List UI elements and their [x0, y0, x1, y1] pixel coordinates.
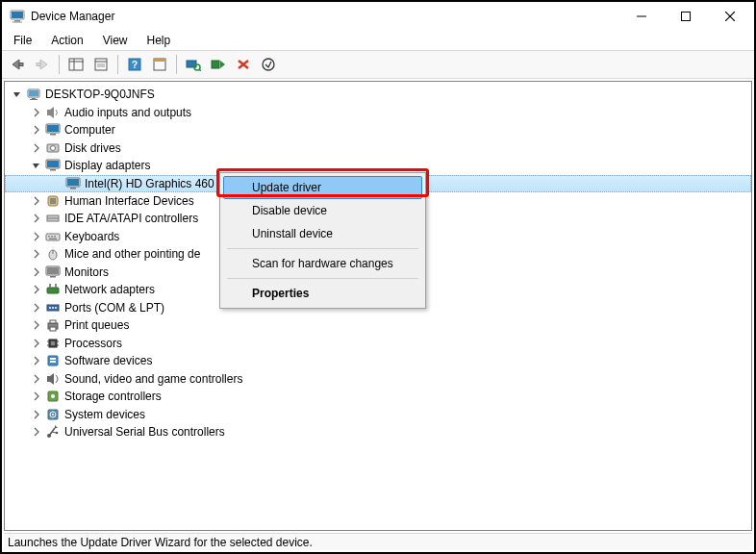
expand-icon[interactable] [30, 123, 43, 137]
svg-rect-30 [32, 98, 36, 99]
menu-help[interactable]: Help [139, 32, 179, 49]
context-menu-item-scan-for-hardware-changes[interactable]: Scan for hardware changes [223, 252, 422, 275]
uninstall-button[interactable] [232, 53, 255, 76]
context-menu-item-update-driver[interactable]: Update driver [223, 176, 422, 199]
tree-node-cat-12[interactable]: Processors [5, 335, 751, 353]
collapse-icon[interactable] [30, 159, 43, 172]
svg-rect-1 [12, 12, 23, 18]
update-driver-button[interactable] [207, 53, 230, 76]
tree-node-cat-0[interactable]: Audio inputs and outputs [5, 104, 751, 122]
svg-point-62 [49, 307, 51, 309]
context-menu-item-uninstall-device[interactable]: Uninstall device [223, 222, 422, 245]
tree-node-cat-15[interactable]: Storage controllers [5, 388, 751, 406]
menu-view[interactable]: View [95, 32, 136, 49]
tree-node-label: Audio inputs and outputs [64, 106, 191, 119]
statusbar: Launches the Update Driver Wizard for th… [4, 533, 752, 550]
context-menu: Update driverDisable deviceUninstall dev… [219, 172, 426, 309]
expand-icon[interactable] [30, 265, 43, 279]
tree-node-cat-2[interactable]: Disk drives [5, 139, 751, 158]
svg-line-23 [199, 69, 201, 71]
svg-rect-42 [67, 179, 79, 186]
speaker-icon [45, 105, 61, 120]
expand-icon[interactable] [30, 318, 43, 332]
show-hide-tree-button[interactable] [64, 53, 88, 76]
forward-button[interactable] [31, 53, 54, 76]
svg-rect-24 [212, 61, 219, 68]
close-button[interactable] [708, 2, 752, 31]
svg-rect-2 [14, 20, 20, 22]
port-icon [45, 300, 61, 315]
toolbar-separator [117, 55, 118, 74]
expand-icon[interactable] [30, 301, 43, 315]
menubar: File Action View Help [2, 31, 754, 50]
help-button[interactable]: ? [123, 53, 146, 76]
tree-node-label: Storage controllers [64, 390, 162, 403]
context-menu-item-properties[interactable]: Properties [223, 282, 422, 305]
expand-icon[interactable] [30, 408, 43, 421]
toolbar-separator [59, 55, 60, 74]
minimize-button[interactable] [619, 2, 664, 31]
keyboard-icon [45, 229, 61, 244]
toolbar: ? [2, 50, 754, 79]
svg-rect-49 [48, 236, 50, 238]
tree-node-cat-11[interactable]: Print queues [5, 316, 751, 335]
context-menu-separator [227, 278, 418, 279]
expand-icon[interactable] [30, 141, 43, 155]
expand-icon[interactable] [30, 212, 43, 225]
svg-rect-40 [50, 169, 56, 171]
menu-action[interactable]: Action [43, 32, 90, 49]
svg-rect-56 [47, 267, 59, 274]
expand-icon[interactable] [30, 372, 43, 386]
tree-node-label: Software devices [64, 354, 152, 367]
collapse-icon[interactable] [11, 88, 24, 101]
scan-hardware-button[interactable] [182, 53, 205, 76]
expand-icon[interactable] [30, 247, 43, 261]
tree-node-cat-16[interactable]: System devices [5, 406, 751, 424]
maximize-button[interactable] [664, 2, 708, 31]
expand-icon[interactable] [30, 390, 43, 403]
expand-icon[interactable] [30, 337, 43, 350]
tree-node-label: Intel(R) HD Graphics 460 [85, 177, 214, 190]
tree-node-label: Mice and other pointing de [64, 247, 200, 261]
svg-rect-35 [50, 134, 56, 136]
expand-icon[interactable] [30, 283, 43, 296]
svg-rect-75 [50, 358, 56, 360]
tree-node-root[interactable]: DESKTOP-9Q0JNFS [5, 86, 751, 104]
context-menu-item-disable-device[interactable]: Disable device [223, 199, 422, 222]
svg-rect-57 [50, 276, 56, 278]
svg-line-85 [52, 432, 56, 433]
tree-node-cat-13[interactable]: Software devices [5, 352, 751, 370]
mouse-icon [45, 246, 61, 262]
tree-node-label: Monitors [64, 265, 109, 279]
svg-rect-10 [69, 59, 83, 70]
tree-node-cat-1[interactable]: Computer [5, 121, 751, 139]
expand-icon[interactable] [30, 230, 43, 243]
tree-node-label: Print queues [64, 318, 129, 332]
svg-rect-58 [47, 288, 59, 293]
svg-rect-59 [49, 284, 51, 288]
expand-icon[interactable] [30, 354, 43, 367]
tree-node-label: Human Interface Devices [64, 194, 194, 208]
svg-rect-69 [51, 341, 55, 345]
svg-point-27 [263, 59, 274, 70]
svg-rect-77 [47, 376, 50, 382]
expand-icon[interactable] [30, 194, 43, 208]
svg-rect-31 [30, 99, 38, 100]
tree-node-cat-17[interactable]: Universal Serial Bus controllers [5, 423, 751, 441]
back-button[interactable] [6, 53, 29, 76]
menu-file[interactable]: File [6, 32, 39, 49]
action-button[interactable] [148, 53, 171, 76]
properties-button[interactable] [89, 53, 113, 76]
window-controls [619, 2, 752, 31]
expand-icon[interactable] [30, 425, 43, 439]
cpu-icon [45, 336, 61, 351]
tree-node-label: Ports (COM & LPT) [64, 301, 164, 315]
network-icon [45, 282, 61, 297]
expand-icon[interactable] [30, 106, 43, 119]
printer-icon [45, 317, 61, 333]
window-title: Device Manager [31, 10, 619, 23]
tree-node-cat-14[interactable]: Sound, video and game controllers [5, 370, 751, 389]
disable-button[interactable] [257, 53, 280, 76]
computer-icon [26, 87, 41, 102]
monitor-icon [45, 264, 61, 280]
